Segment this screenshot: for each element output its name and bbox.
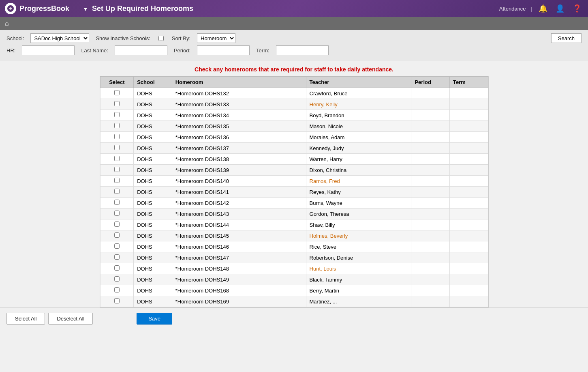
row-checkbox[interactable] <box>114 276 120 282</box>
search-button[interactable]: Search <box>551 33 582 43</box>
row-homeroom: *Homeroom DOHS133 <box>172 99 306 110</box>
row-homeroom: *Homeroom DOHS138 <box>172 154 306 165</box>
row-checkbox[interactable] <box>114 112 120 117</box>
save-button[interactable]: Save <box>137 313 172 325</box>
show-inactive-checkbox[interactable] <box>158 36 164 41</box>
table-row: DOHS*Homeroom DOHS146Rice, Steve <box>100 241 488 252</box>
table-row: DOHS*Homeroom DOHS148Hunt, Louis <box>100 263 488 274</box>
row-term <box>449 187 488 198</box>
last-name-label: Last Name: <box>81 47 108 54</box>
notifications-icon[interactable]: 🔔 <box>537 2 549 15</box>
row-school: DOHS <box>134 88 172 99</box>
row-period <box>411 198 450 209</box>
row-checkbox[interactable] <box>114 265 120 271</box>
hr-label: HR: <box>6 47 15 54</box>
row-teacher: Black, Tammy <box>306 274 411 285</box>
row-select-cell <box>100 252 134 263</box>
row-checkbox[interactable] <box>114 189 120 194</box>
row-checkbox[interactable] <box>114 178 120 183</box>
table-row: DOHS*Homeroom DOHS143Gordon, Theresa <box>100 209 488 219</box>
col-school: School <box>134 77 172 88</box>
row-teacher: Crawford, Bruce <box>306 88 411 99</box>
row-homeroom: *Homeroom DOHS136 <box>172 132 306 143</box>
teacher-link[interactable]: Ramos, Fred <box>310 178 340 184</box>
row-checkbox[interactable] <box>114 123 120 128</box>
row-teacher[interactable]: Ramos, Fred <box>306 176 411 187</box>
table-row: DOHS*Homeroom DOHS136Morales, Adam <box>100 132 488 143</box>
period-label: Period: <box>174 47 190 54</box>
last-name-input[interactable] <box>115 45 167 55</box>
school-select[interactable]: SADoc High School <box>30 33 89 43</box>
table-body: DOHS*Homeroom DOHS132Crawford, BruceDOHS… <box>100 88 488 307</box>
row-school: DOHS <box>134 165 172 176</box>
row-select-cell <box>100 88 134 99</box>
hr-input[interactable] <box>22 45 75 55</box>
logo: ProgressBook <box>5 3 76 14</box>
row-school: DOHS <box>134 99 172 110</box>
row-checkbox[interactable] <box>114 243 120 249</box>
row-school: DOHS <box>134 252 172 263</box>
row-select-cell <box>100 209 134 219</box>
row-term <box>449 285 488 296</box>
row-checkbox[interactable] <box>114 90 120 95</box>
teacher-link[interactable]: Henry, Kelly <box>310 101 338 108</box>
deselect-all-button[interactable]: Deselect All <box>48 313 93 325</box>
row-term <box>449 263 488 274</box>
row-homeroom: *Homeroom DOHS148 <box>172 263 306 274</box>
row-period <box>411 187 450 198</box>
row-school: DOHS <box>134 176 172 187</box>
teacher-link[interactable]: Hunt, Louis <box>310 266 336 272</box>
sort-by-select[interactable]: Homeroom Teacher Period Term <box>197 33 235 43</box>
row-checkbox[interactable] <box>114 145 120 150</box>
row-select-cell <box>100 132 134 143</box>
table-row: DOHS*Homeroom DOHS133Henry, Kelly <box>100 99 488 110</box>
row-school: DOHS <box>134 110 172 121</box>
row-checkbox[interactable] <box>114 221 120 227</box>
row-school: DOHS <box>134 143 172 154</box>
row-period <box>411 285 450 296</box>
row-teacher: Berry, Martin <box>306 285 411 296</box>
row-checkbox[interactable] <box>114 134 120 139</box>
row-school: DOHS <box>134 187 172 198</box>
row-checkbox[interactable] <box>114 287 120 292</box>
teacher-link[interactable]: Holmes, Beverly <box>310 233 348 239</box>
row-teacher: Dixon, Christina <box>306 165 411 176</box>
homeroom-table: Select School Homeroom Teacher Period Te… <box>100 76 488 307</box>
row-period <box>411 99 450 110</box>
row-period <box>411 252 450 263</box>
home-icon[interactable]: ⌂ <box>5 20 9 27</box>
user-icon[interactable]: 👤 <box>554 2 566 15</box>
row-checkbox[interactable] <box>114 298 120 303</box>
row-period <box>411 274 450 285</box>
row-teacher: Morales, Adam <box>306 132 411 143</box>
row-checkbox[interactable] <box>114 254 120 260</box>
help-icon[interactable]: ❓ <box>571 2 583 15</box>
table-scroll[interactable]: Select School Homeroom Teacher Period Te… <box>100 76 488 307</box>
row-homeroom: *Homeroom DOHS146 <box>172 241 306 252</box>
row-teacher[interactable]: Holmes, Beverly <box>306 230 411 241</box>
row-checkbox[interactable] <box>114 232 120 238</box>
row-checkbox[interactable] <box>114 167 120 172</box>
row-checkbox[interactable] <box>114 156 120 161</box>
col-teacher: Teacher <box>306 77 411 88</box>
row-school: DOHS <box>134 230 172 241</box>
row-checkbox[interactable] <box>114 101 120 106</box>
row-homeroom: *Homeroom DOHS145 <box>172 230 306 241</box>
term-input[interactable] <box>276 45 329 55</box>
term-label: Term: <box>256 47 269 54</box>
show-inactive-label: Show Inactive Schools: <box>96 35 150 41</box>
row-teacher[interactable]: Henry, Kelly <box>306 99 411 110</box>
table-row: DOHS*Homeroom DOHS134Boyd, Brandon <box>100 110 488 121</box>
row-period <box>411 230 450 241</box>
row-teacher[interactable]: Hunt, Louis <box>306 263 411 274</box>
period-input[interactable] <box>197 45 250 55</box>
row-teacher: Boyd, Brandon <box>306 110 411 121</box>
row-term <box>449 88 488 99</box>
row-checkbox[interactable] <box>114 200 120 205</box>
row-checkbox[interactable] <box>114 211 120 216</box>
table-row: DOHS*Homeroom DOHS137Kennedy, Judy <box>100 143 488 154</box>
select-all-button[interactable]: Select All <box>6 313 45 325</box>
attendance-link[interactable]: Attendance <box>499 6 526 12</box>
row-teacher: Kennedy, Judy <box>306 143 411 154</box>
row-select-cell <box>100 143 134 154</box>
